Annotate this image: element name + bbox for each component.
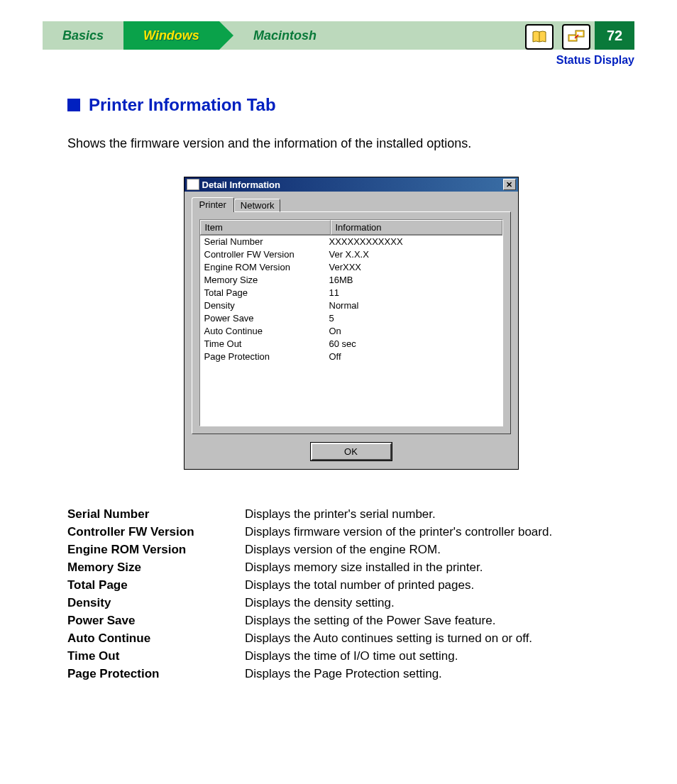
info-listview: Item Information Serial NumberXXXXXXXXXX… bbox=[199, 219, 503, 426]
cell-info: Ver X.X.X bbox=[329, 248, 369, 261]
cell-item: Page Protection bbox=[204, 350, 329, 363]
dialog-titlebar: Detail Information ✕ bbox=[185, 177, 518, 192]
definition-desc: Displays the Page Protection setting. bbox=[245, 665, 442, 683]
column-header-item[interactable]: Item bbox=[200, 220, 331, 235]
ok-button[interactable]: OK bbox=[311, 443, 392, 460]
definition-term: Density bbox=[67, 594, 245, 612]
cell-info: VerXXX bbox=[329, 261, 362, 274]
cell-info: 11 bbox=[329, 287, 339, 299]
cell-item: Engine ROM Version bbox=[204, 261, 329, 274]
section-title: Printer Information Tab bbox=[89, 95, 276, 115]
definition-list: Serial NumberDisplays the printer's seri… bbox=[67, 505, 634, 683]
cell-item: Auto Continue bbox=[204, 325, 329, 338]
table-row[interactable]: Auto ContinueOn bbox=[200, 325, 502, 338]
definition-row: Memory SizeDisplays memory size installe… bbox=[67, 558, 634, 576]
definition-row: Power SaveDisplays the setting of the Po… bbox=[67, 612, 634, 629]
definition-row: Time OutDisplays the time of I/O time ou… bbox=[67, 647, 634, 665]
table-row[interactable]: Memory Size16MB bbox=[200, 274, 502, 287]
definition-desc: Displays the density setting. bbox=[245, 594, 395, 612]
definition-row: Page ProtectionDisplays the Page Protect… bbox=[67, 665, 634, 683]
cell-info: 5 bbox=[329, 312, 334, 325]
definition-term: Time Out bbox=[67, 647, 245, 665]
definition-desc: Displays the Auto continues setting is t… bbox=[245, 629, 532, 647]
definition-row: Auto ContinueDisplays the Auto continues… bbox=[67, 629, 634, 647]
table-row[interactable]: Page ProtectionOff bbox=[200, 350, 502, 363]
definition-term: Controller FW Version bbox=[67, 523, 245, 541]
cell-info: Normal bbox=[329, 299, 359, 312]
close-button[interactable]: ✕ bbox=[503, 179, 516, 190]
section-intro: Shows the firmware version and the infor… bbox=[67, 136, 634, 151]
dialog-tab-printer[interactable]: Printer bbox=[192, 197, 234, 212]
table-row[interactable]: Power Save5 bbox=[200, 312, 502, 325]
definition-term: Power Save bbox=[67, 612, 245, 629]
column-header-information[interactable]: Information bbox=[331, 220, 502, 235]
definition-desc: Displays the total number of printed pag… bbox=[245, 576, 474, 594]
definition-row: Engine ROM VersionDisplays version of th… bbox=[67, 541, 634, 558]
printer-icon bbox=[187, 179, 199, 190]
definition-term: Memory Size bbox=[67, 558, 245, 576]
dialog-tab-network[interactable]: Network bbox=[234, 199, 281, 212]
detail-info-dialog: Detail Information ✕ Printer Network Ite… bbox=[184, 177, 519, 470]
cell-info: On bbox=[329, 325, 341, 338]
cell-item: Density bbox=[204, 299, 329, 312]
definition-term: Auto Continue bbox=[67, 629, 245, 647]
dialog-title: Detail Information bbox=[202, 180, 281, 190]
definition-term: Total Page bbox=[67, 576, 245, 594]
definition-row: Controller FW VersionDisplays firmware v… bbox=[67, 523, 634, 541]
breadcrumb: Status Display bbox=[0, 54, 634, 67]
definition-row: Serial NumberDisplays the printer's seri… bbox=[67, 505, 634, 523]
cell-info: XXXXXXXXXXXX bbox=[329, 236, 403, 248]
table-row[interactable]: Total Page11 bbox=[200, 287, 502, 299]
cell-item: Controller FW Version bbox=[204, 248, 329, 261]
cell-info: 16MB bbox=[329, 274, 353, 287]
definition-desc: Displays the printer's serial number. bbox=[245, 505, 436, 523]
page-number: 72 bbox=[595, 21, 634, 50]
definition-row: DensityDisplays the density setting. bbox=[67, 594, 634, 612]
definition-desc: Displays version of the engine ROM. bbox=[245, 541, 441, 558]
bullet-icon bbox=[67, 99, 80, 111]
table-row[interactable]: Serial NumberXXXXXXXXXXXX bbox=[200, 236, 502, 248]
definition-desc: Displays memory size installed in the pr… bbox=[245, 558, 483, 576]
definition-desc: Displays firmware version of the printer… bbox=[245, 523, 552, 541]
definition-desc: Displays the setting of the Power Save f… bbox=[245, 612, 495, 629]
table-row[interactable]: Time Out60 sec bbox=[200, 338, 502, 350]
cell-info: 60 sec bbox=[329, 338, 356, 350]
cell-info: Off bbox=[329, 350, 341, 363]
table-row[interactable]: Controller FW VersionVer X.X.X bbox=[200, 248, 502, 261]
definition-desc: Displays the time of I/O time out settin… bbox=[245, 647, 458, 665]
definition-row: Total PageDisplays the total number of p… bbox=[67, 576, 634, 594]
cell-item: Total Page bbox=[204, 287, 329, 299]
tab-macintosh[interactable]: Macintosh bbox=[219, 21, 336, 50]
top-nav: Basics Windows Macintosh 72 bbox=[43, 21, 634, 50]
network-pc-icon[interactable] bbox=[562, 24, 590, 50]
definition-term: Engine ROM Version bbox=[67, 541, 245, 558]
cell-item: Serial Number bbox=[204, 236, 329, 248]
cell-item: Power Save bbox=[204, 312, 329, 325]
book-icon[interactable] bbox=[525, 24, 554, 50]
cell-item: Time Out bbox=[204, 338, 329, 350]
definition-term: Page Protection bbox=[67, 665, 245, 683]
table-row[interactable]: Engine ROM VersionVerXXX bbox=[200, 261, 502, 274]
tab-windows[interactable]: Windows bbox=[123, 21, 219, 50]
cell-item: Memory Size bbox=[204, 274, 329, 287]
definition-term: Serial Number bbox=[67, 505, 245, 523]
tab-basics[interactable]: Basics bbox=[43, 21, 123, 50]
table-row[interactable]: DensityNormal bbox=[200, 299, 502, 312]
